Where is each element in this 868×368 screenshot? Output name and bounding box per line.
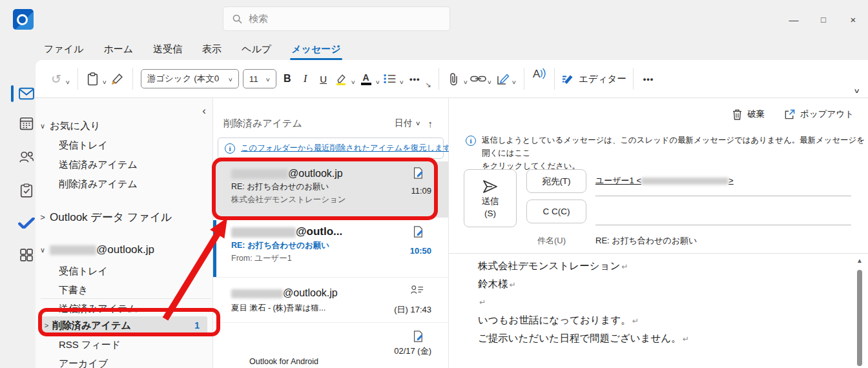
calendar-nav-button[interactable] [17, 114, 36, 133]
not-latest-message-notice[interactable]: i 返信しようとしているメッセージは、このスレッドの最新メッセージではありません… [466, 134, 868, 173]
font-color-dropdown-chevron-icon[interactable]: ∨ [375, 79, 380, 85]
recover-items-banner[interactable]: i このフォルダーから最近削除されたアイテムを復元します [218, 138, 444, 159]
font-color-letter: A [363, 73, 369, 82]
bullet-list-icon [384, 74, 397, 84]
email-row[interactable]: @outlook.jp 夏目 漱石 - (株)吾輩は猫... (日) 17:43 [213, 280, 448, 323]
ribbon-tab-bar: ファイル ホーム 送受信 表示 ヘルプ メッセージ [37, 39, 868, 60]
font-color-button[interactable]: A [358, 68, 375, 90]
highlight-button[interactable] [333, 68, 350, 90]
chevron-down-icon[interactable]: ∨ [36, 122, 50, 130]
to-recipient[interactable]: ユーザー1 <> [595, 175, 734, 187]
email-row-selected[interactable]: @outlook.jp RE: お打ち合わせのお願い 11:09 株式会社デモン… [213, 161, 448, 218]
cc-button[interactable]: C C(C) [526, 199, 586, 223]
draft-icon [412, 167, 424, 179]
scroll-up-icon[interactable]: ▲ [855, 257, 864, 264]
bullet-list-button[interactable] [382, 68, 398, 90]
paste-dropdown-chevron-icon[interactable]: ∨ [102, 79, 107, 85]
tab-home[interactable]: ホーム [102, 41, 134, 58]
font-size-select[interactable]: 11 ∨ [243, 69, 276, 88]
underline-button[interactable]: U [315, 68, 332, 90]
email-time: 02/17 (金) [394, 345, 431, 357]
separator [524, 68, 524, 90]
outlook-logo-icon [13, 9, 34, 30]
favorites-label: お気に入り [50, 119, 101, 133]
sort-ascending-icon[interactable]: ↑ [428, 118, 433, 129]
separator [132, 68, 133, 90]
message-body[interactable]: 株式会社デモンストレーション↵ 鈴木様↵ ↵ いつもお世話になっております。↵ … [478, 260, 689, 350]
bold-button[interactable]: B [279, 68, 296, 90]
paste-button[interactable] [85, 68, 101, 90]
undo-button[interactable]: ↺ [48, 68, 65, 90]
favorites-header[interactable]: ∨ お気に入り [36, 116, 212, 136]
editor-button[interactable]: エディター [561, 68, 626, 90]
scrollbar-thumb[interactable] [857, 270, 862, 366]
close-button[interactable]: × [838, 14, 868, 25]
more-apps-nav-button[interactable] [17, 245, 36, 265]
attach-dropdown-chevron-icon[interactable]: ∨ [462, 79, 468, 85]
todo-nav-button[interactable] [17, 213, 36, 232]
mail-nav-button[interactable] [17, 84, 36, 103]
tab-message[interactable]: メッセージ [290, 41, 342, 58]
scrollbar[interactable]: ▲ [855, 257, 864, 366]
subject-label: 件名(U) [537, 235, 566, 247]
signature-dropdown-chevron-icon[interactable]: ∨ [512, 79, 517, 85]
ribbon-collapse-chevron-icon[interactable]: ∨ [853, 87, 860, 94]
font-name-select[interactable]: 游ゴシック (本文0 ∨ [141, 69, 239, 88]
signature-button[interactable] [494, 68, 511, 90]
outlook-window: 検索 — □ × ファイル ホーム 送受信 表示 [0, 0, 868, 368]
outlook-data-file-node[interactable]: > Outlook データ ファイル [36, 205, 212, 229]
tab-send-receive[interactable]: 送受信 [152, 41, 183, 58]
folder-rss-feeds[interactable]: RSS フィード [36, 336, 212, 354]
chevron-right-icon[interactable]: > [36, 212, 50, 222]
trash-icon [732, 109, 742, 120]
recover-items-link[interactable]: このフォルダーから最近削除されたアイテムを復元します [241, 143, 451, 154]
format-painter-button[interactable] [109, 68, 126, 90]
folder-sent-items[interactable]: 送信済みアイテム [36, 300, 212, 318]
favorite-inbox[interactable]: 受信トレイ [36, 136, 212, 155]
folder-archive[interactable]: アーカイブ [36, 354, 212, 368]
more-formatting-button[interactable]: ••• [406, 68, 423, 90]
chevron-down-icon[interactable]: ∨ [36, 246, 50, 254]
email-subject: 夏目 漱石 - (株)吾輩は猫... [231, 303, 406, 314]
highlight-dropdown-chevron-icon[interactable]: ∨ [351, 79, 356, 85]
dialog-launcher-icon[interactable]: ↘ [425, 81, 431, 89]
email-row[interactable]: 02/17 (金) Outlook for Android [213, 325, 448, 368]
to-button[interactable]: 宛先(T) [526, 169, 586, 193]
sort-control[interactable]: 日付 ∨ ↑ [395, 118, 433, 129]
attach-file-button[interactable] [446, 68, 462, 90]
account-node[interactable]: ∨ @outlook.jp [36, 239, 212, 261]
maximize-button[interactable]: □ [809, 15, 838, 25]
italic-button[interactable]: I [297, 68, 314, 90]
favorite-sent-items[interactable]: 送信済みアイテム [36, 155, 212, 174]
email-time: 11:09 [411, 186, 431, 196]
collapse-folder-pane-icon[interactable]: ‹ [202, 105, 206, 118]
minimize-button[interactable]: — [779, 14, 809, 25]
ribbon-overflow-button[interactable]: ••• [640, 68, 657, 90]
subject-value[interactable]: RE: お打ち合わせのお願い [595, 235, 697, 247]
favorite-deleted-items[interactable]: 削除済みアイテム [36, 174, 212, 194]
link-dropdown-chevron-icon[interactable]: ∨ [487, 79, 492, 85]
link-button[interactable] [470, 68, 486, 90]
folder-inbox[interactable]: 受信トレイ [36, 262, 212, 281]
undo-dropdown-chevron-icon[interactable]: ∨ [65, 79, 70, 85]
cc-field-underline [595, 225, 851, 225]
tab-help[interactable]: ヘルプ [240, 41, 273, 58]
chevron-right-icon[interactable]: > [41, 322, 52, 329]
tab-view[interactable]: 表示 [201, 41, 223, 58]
bullet-list-dropdown-chevron-icon[interactable]: ∨ [399, 79, 404, 85]
folder-drafts[interactable]: 下書き [36, 281, 212, 300]
popout-button[interactable]: ポップアウト [784, 108, 854, 120]
folder-deleted-items-selected[interactable]: > 削除済みアイテム 1 [41, 316, 207, 334]
font-name-chevron-icon: ∨ [228, 77, 233, 83]
redacted-recipient-email [641, 178, 728, 185]
tab-file[interactable]: ファイル [43, 41, 85, 58]
email-row-unread[interactable]: @outlo... RE: お打ち合わせのお願い 10:50 From: ユーザ… [213, 220, 448, 278]
people-nav-button[interactable] [17, 147, 36, 167]
signature-icon [496, 72, 510, 86]
tasks-nav-button[interactable] [17, 181, 36, 200]
send-button[interactable]: 送信 (S) [464, 169, 517, 227]
search-input[interactable]: 検索 [223, 6, 450, 31]
discard-button[interactable]: 破棄 [732, 108, 765, 120]
redacted-sender [231, 289, 283, 298]
read-aloud-button[interactable]: A [531, 68, 548, 90]
